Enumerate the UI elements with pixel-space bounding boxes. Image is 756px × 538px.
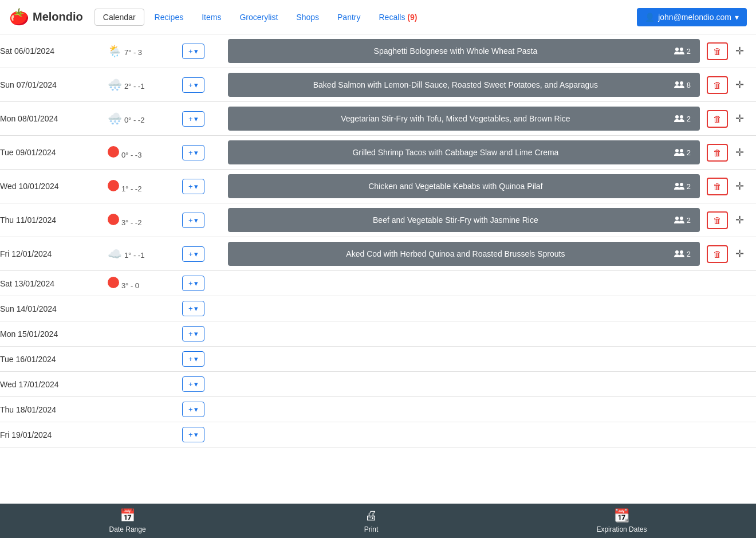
dropdown-icon: ▾: [194, 148, 198, 157]
table-row: Fri 19/01/2024 + ▾: [0, 422, 756, 447]
delete-button[interactable]: 🗑: [707, 76, 728, 94]
weather-cell: ☁️ 1° - -1: [103, 237, 178, 271]
table-row: Tue 09/01/2024 0° - -3 + ▾ Grilled Shrim…: [0, 136, 756, 170]
add-button-cell: + ▾: [178, 372, 223, 397]
move-button[interactable]: ✛: [735, 112, 744, 125]
weather-cell: 3° - 0: [103, 271, 178, 296]
nav-recipes[interactable]: Recipes: [147, 9, 192, 25]
meal-bar[interactable]: Spaghetti Bolognese with Whole Wheat Pas…: [228, 39, 700, 63]
nav-pantry[interactable]: Pantry: [329, 9, 368, 25]
delete-button[interactable]: 🗑: [707, 144, 728, 162]
empty-meal-cell: [223, 372, 704, 397]
plus-icon: +: [188, 279, 193, 288]
meal-bar[interactable]: Chicken and Vegetable Kebabs with Quinoa…: [228, 174, 700, 198]
add-meal-button[interactable]: + ▾: [182, 402, 204, 417]
add-button-cell: + ▾: [178, 136, 223, 170]
date-cell: Sat 13/01/2024: [0, 271, 103, 296]
meal-cell: Chicken and Vegetable Kebabs with Quinoa…: [223, 170, 704, 203]
dropdown-icon: ▾: [194, 405, 198, 414]
add-meal-button[interactable]: + ▾: [182, 351, 204, 367]
svg-point-13: [680, 250, 683, 254]
weather-cell: 0° - -3: [103, 136, 178, 170]
add-button-cell: + ▾: [178, 170, 223, 203]
nav-links: Calendar Recipes Items Grocerylist Shops…: [94, 9, 637, 26]
add-button-cell: + ▾: [178, 237, 223, 271]
meal-name: Grilled Shrimp Tacos with Cabbage Slaw a…: [237, 148, 674, 157]
move-button[interactable]: ✛: [735, 214, 744, 226]
add-meal-button[interactable]: + ▾: [182, 246, 204, 262]
weather-cell: 🌦️ 7° - 3: [103, 34, 178, 68]
delete-button[interactable]: 🗑: [707, 178, 728, 195]
move-button[interactable]: ✛: [735, 248, 744, 260]
add-meal-button[interactable]: + ▾: [182, 77, 204, 93]
delete-button[interactable]: 🗑: [707, 211, 728, 229]
nav-items[interactable]: Items: [194, 9, 229, 25]
weather-rain-icon: 🌦️: [108, 45, 122, 57]
move-button[interactable]: ✛: [735, 180, 744, 193]
delete-cell: 🗑: [704, 136, 733, 170]
weather-cell: [103, 422, 178, 447]
meal-name: Baked Salmon with Lemon-Dill Sauce, Roas…: [237, 80, 674, 89]
delete-button[interactable]: 🗑: [707, 42, 728, 60]
table-row: Wed 17/01/2024 + ▾: [0, 372, 756, 397]
delete-button[interactable]: 🗑: [707, 245, 728, 263]
date-cell: Mon 08/01/2024: [0, 102, 103, 136]
meal-bar[interactable]: Vegetarian Stir-Fry with Tofu, Mixed Veg…: [228, 107, 700, 131]
brand: 🍅 Melondio: [9, 7, 83, 26]
plus-icon: +: [188, 148, 193, 157]
move-cell: ✛: [733, 136, 756, 170]
move-cell: ✛: [733, 102, 756, 136]
move-cell: ✛: [733, 68, 756, 102]
plus-icon: +: [188, 115, 193, 123]
meal-bar[interactable]: Aked Cod with Herbed Quinoa and Roasted …: [228, 242, 700, 266]
svg-point-2: [675, 81, 679, 85]
meal-bar[interactable]: Beef and Vegetable Stir-Fry with Jasmine…: [228, 208, 700, 232]
plus-icon: +: [188, 430, 193, 439]
add-meal-button[interactable]: + ▾: [182, 111, 204, 127]
add-meal-button[interactable]: + ▾: [182, 145, 204, 160]
dropdown-icon: ▾: [194, 81, 198, 89]
add-meal-button[interactable]: + ▾: [182, 44, 204, 59]
user-menu-button[interactable]: 👤 john@melondio.com ▾: [637, 8, 747, 26]
add-meal-button[interactable]: + ▾: [182, 179, 204, 194]
date-cell: Wed 10/01/2024: [0, 170, 103, 203]
add-meal-button[interactable]: + ▾: [182, 326, 204, 341]
delete-button[interactable]: 🗑: [707, 110, 728, 128]
nav-shops[interactable]: Shops: [288, 9, 327, 25]
meal-bar[interactable]: Grilled Shrimp Tacos with Cabbage Slaw a…: [228, 140, 700, 164]
add-meal-button[interactable]: + ▾: [182, 427, 204, 442]
dropdown-icon: ▾: [194, 279, 198, 288]
weather-temp: 1° - -2: [121, 184, 142, 193]
user-email: john@melondio.com: [658, 13, 731, 22]
weather-snow-icon: 🌨️: [108, 112, 122, 125]
move-button[interactable]: ✛: [735, 45, 744, 57]
empty-meal-cell: [223, 397, 704, 422]
add-meal-button[interactable]: + ▾: [182, 376, 204, 392]
meal-name: Chicken and Vegetable Kebabs with Quinoa…: [237, 182, 674, 191]
meal-bar[interactable]: Baked Salmon with Lemon-Dill Sauce, Roas…: [228, 73, 700, 97]
add-meal-button[interactable]: + ▾: [182, 301, 204, 316]
add-meal-button[interactable]: + ▾: [182, 213, 204, 228]
nav-recalls[interactable]: Recalls (9): [371, 9, 426, 25]
date-cell: Wed 17/01/2024: [0, 372, 103, 397]
delete-cell: 🗑: [704, 170, 733, 203]
date-cell: Thu 11/01/2024: [0, 203, 103, 237]
add-button-cell: + ▾: [178, 397, 223, 422]
nav-calendar[interactable]: Calendar: [94, 9, 144, 26]
move-button[interactable]: ✛: [735, 146, 744, 159]
add-button-cell: + ▾: [178, 68, 223, 102]
date-cell: Fri 19/01/2024: [0, 422, 103, 447]
move-button[interactable]: ✛: [735, 78, 744, 91]
nav-grocerylist[interactable]: Grocerylist: [231, 9, 286, 25]
table-row: Mon 08/01/2024 🌨️ 0° - -2 + ▾ Vegetarian…: [0, 102, 756, 136]
date-cell: Sat 06/01/2024: [0, 34, 103, 68]
weather-cell: [103, 397, 178, 422]
delete-cell: 🗑: [704, 237, 733, 271]
svg-point-9: [680, 183, 683, 186]
plus-icon: +: [188, 329, 193, 338]
plus-icon: +: [188, 81, 193, 89]
svg-point-6: [675, 149, 679, 152]
move-cell: ✛: [733, 237, 756, 271]
add-meal-button[interactable]: + ▾: [182, 276, 204, 291]
plus-icon: +: [188, 304, 193, 313]
